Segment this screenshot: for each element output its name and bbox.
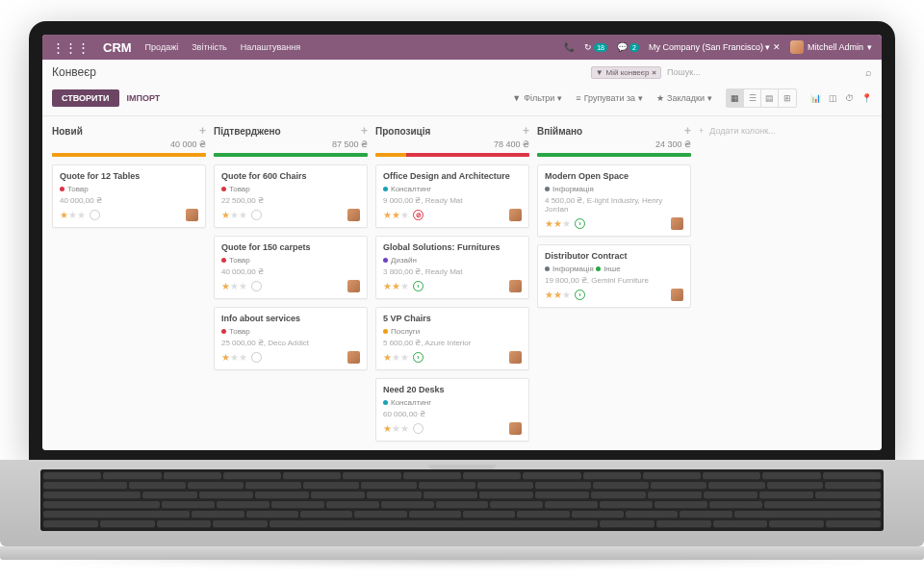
card-tags: Товар — [221, 184, 360, 196]
pivot-view-icon[interactable]: ⊞ — [779, 89, 796, 107]
nav-reports[interactable]: Звітність — [192, 42, 227, 52]
card-title: Distributor Contract — [545, 251, 683, 261]
priority-stars[interactable]: ★★★› — [545, 218, 585, 229]
bookmarks-menu[interactable]: ★ Закладки ▾ — [656, 93, 712, 103]
assignee-avatar[interactable] — [509, 209, 522, 221]
create-button[interactable]: СТВОРИТИ — [52, 89, 119, 107]
card-title: Quote for 600 Chairs — [221, 171, 360, 181]
kanban-card[interactable]: Office Design and Architecture Консалтин… — [375, 164, 529, 228]
add-card-icon[interactable]: + — [523, 124, 529, 138]
assignee-avatar[interactable] — [509, 422, 522, 435]
kanban-card[interactable]: Quote for 150 carpets Товар 40 000,00 ₴ … — [214, 236, 368, 299]
apps-icon[interactable]: ⋮⋮⋮ — [52, 40, 90, 55]
assignee-avatar[interactable] — [671, 289, 683, 301]
priority-stars[interactable]: ★★★› — [383, 281, 424, 291]
card-tags: Інформація — [545, 184, 683, 196]
card-tag: Інформація — [545, 185, 594, 193]
app-screen: ⋮⋮⋮ CRM Продажі Звітність Налаштування 📞… — [42, 35, 882, 450]
status-icon[interactable]: › — [413, 281, 424, 291]
kanban-view-icon[interactable]: ▦ — [727, 89, 744, 107]
status-icon[interactable] — [413, 423, 424, 434]
priority-stars[interactable]: ★★★ — [221, 281, 262, 291]
priority-stars[interactable]: ★★★› — [545, 290, 585, 300]
card-subtitle: 9 000,00 ₴, Ready Mat — [383, 196, 522, 205]
status-icon[interactable]: › — [413, 352, 424, 363]
status-icon[interactable] — [90, 210, 100, 220]
card-subtitle: 5 600,00 ₴, Azure Interior — [383, 339, 522, 347]
kanban-card[interactable]: Info about services Товар 25 000,00 ₴, D… — [214, 307, 368, 370]
nav-settings[interactable]: Налаштування — [241, 42, 300, 52]
import-button[interactable]: ІМПОРТ — [127, 93, 161, 103]
reload-icon[interactable]: ↻18 — [584, 42, 607, 52]
assignee-avatar[interactable] — [347, 209, 360, 221]
filters-menu[interactable]: ▼ Фільтри ▾ — [512, 93, 562, 103]
column-title: Підтверджено — [214, 126, 281, 137]
app-brand[interactable]: CRM — [103, 40, 132, 55]
status-icon[interactable] — [251, 352, 262, 363]
kanban-card[interactable]: Quote for 600 Chairs Товар 22 500,00 ₴ ★… — [214, 164, 368, 228]
search-area: ▼ Мій конвеєр × Пошук... ⌕ — [591, 66, 872, 79]
add-card-icon[interactable]: + — [361, 124, 368, 138]
priority-stars[interactable]: ★★★ — [221, 210, 262, 220]
column-title: Новий — [52, 126, 83, 137]
chat-icon[interactable]: 💬2 — [617, 42, 639, 52]
assignee-avatar[interactable] — [671, 217, 683, 230]
close-icon[interactable]: × — [652, 68, 656, 77]
card-tags: Консалтинг — [383, 397, 522, 410]
status-icon[interactable]: › — [575, 290, 585, 300]
cohort-icon[interactable]: ◫ — [829, 93, 837, 103]
priority-stars[interactable]: ★★★ — [60, 210, 100, 220]
add-card-icon[interactable]: + — [199, 124, 206, 138]
card-tag: Товар — [60, 185, 89, 193]
list-view-icon[interactable]: ☰ — [744, 89, 761, 107]
add-column-label: Додати колонк... — [709, 126, 775, 442]
map-icon[interactable]: 📍 — [861, 93, 872, 103]
card-title: Need 20 Desks — [383, 385, 522, 394]
add-card-icon[interactable]: + — [684, 124, 691, 138]
priority-stars[interactable]: ★★★ — [221, 352, 262, 363]
assignee-avatar[interactable] — [186, 209, 198, 221]
status-icon[interactable]: ⊘ — [413, 210, 424, 220]
column-title: Впіймано — [537, 126, 582, 137]
kanban-card[interactable]: 5 VP Chairs Послуги 5 600,00 ₴, Azure In… — [375, 307, 529, 370]
add-column[interactable]: +Додати колонк... — [699, 124, 853, 442]
card-subtitle: 3 800,00 ₴, Ready Mat — [383, 267, 522, 276]
card-tags: Товар — [221, 255, 360, 267]
extra-views: 📊 ◫ ⏱ 📍 — [810, 93, 872, 103]
priority-stars[interactable]: ★★★› — [383, 352, 424, 363]
user-menu[interactable]: Mitchell Admin ▾ — [790, 40, 872, 54]
filter-chip[interactable]: ▼ Мій конвеєр × — [591, 66, 661, 79]
kanban-card[interactable]: Need 20 Desks Консалтинг 60 000,00 ₴ ★★★ — [375, 378, 529, 442]
priority-stars[interactable]: ★★★⊘ — [383, 210, 424, 220]
page-header: Конвеєр ▼ Мій конвеєр × Пошук... ⌕ — [42, 60, 882, 85]
assignee-avatar[interactable] — [509, 351, 522, 364]
status-icon[interactable] — [251, 210, 262, 220]
company-switcher[interactable]: My Company (San Francisco) ▾ ✕ — [649, 42, 781, 52]
plus-icon: + — [699, 126, 704, 442]
groupby-menu[interactable]: ≡ Групувати за ▾ — [576, 93, 643, 103]
status-icon[interactable] — [251, 281, 262, 291]
nav-sales[interactable]: Продажі — [145, 42, 179, 52]
calendar-view-icon[interactable]: ▤ — [761, 89, 779, 107]
card-title: Quote for 12 Tables — [60, 171, 198, 181]
priority-stars[interactable]: ★★★ — [383, 423, 424, 434]
card-subtitle: 25 000,00 ₴, Deco Addict — [221, 339, 360, 347]
assignee-avatar[interactable] — [347, 280, 360, 292]
kanban-card[interactable]: Quote for 12 Tables Товар 40 000,00 ₴ ★★… — [52, 164, 206, 228]
activity-icon[interactable]: ⏱ — [845, 93, 854, 103]
card-tags: Товар — [221, 326, 360, 339]
kanban-card[interactable]: Distributor Contract Інформація Інше 19 … — [537, 244, 691, 308]
assignee-avatar[interactable] — [347, 351, 360, 364]
card-tag: Товар — [221, 256, 250, 265]
status-icon[interactable]: › — [575, 218, 585, 229]
graph-icon[interactable]: 📊 — [810, 93, 821, 103]
column-progress — [375, 153, 529, 157]
kanban-card[interactable]: Global Solutions: Furnitures Дизайн 3 80… — [375, 236, 529, 299]
assignee-avatar[interactable] — [509, 280, 522, 292]
card-subtitle: 40 000,00 ₴ — [221, 267, 360, 276]
search-input[interactable]: Пошук... — [667, 67, 860, 77]
kanban-card[interactable]: Modern Open Space Інформація 4 500,00 ₴,… — [537, 164, 691, 237]
card-title: Quote for 150 carpets — [221, 242, 360, 252]
search-icon[interactable]: ⌕ — [865, 66, 872, 78]
phone-icon[interactable]: 📞 — [564, 42, 575, 52]
